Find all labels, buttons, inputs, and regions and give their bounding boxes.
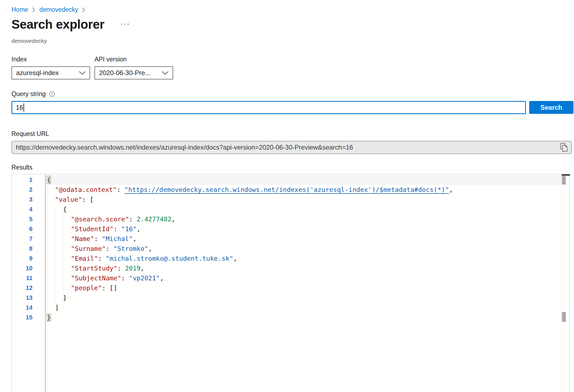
api-version-dropdown[interactable]: 2020-06-30-Pre... — [94, 66, 173, 79]
line-number-gutter: 123456789101112131415 — [12, 174, 46, 392]
json-token: "value" — [55, 196, 82, 203]
line-number: 12 — [12, 283, 45, 293]
info-icon[interactable] — [49, 91, 55, 97]
breadcrumb-link-home[interactable]: Home — [11, 6, 28, 13]
chevron-right-icon — [32, 7, 35, 12]
search-explorer-page: Home demovedecky Search explorer ··· dem… — [0, 0, 574, 392]
json-token: , — [137, 225, 140, 233]
json-token: , — [141, 265, 144, 272]
line-number: 3 — [12, 195, 45, 204]
code-line: { — [46, 175, 562, 185]
json-token: "16" — [121, 225, 137, 233]
code-line: } — [46, 293, 562, 303]
json-token: , — [449, 186, 453, 194]
json-token: "michal.stromko@.student.tuke.sk" — [106, 255, 233, 262]
json-token: 2019 — [125, 265, 141, 272]
json-token: : — [113, 225, 121, 233]
results-json-editor[interactable]: 123456789101112131415 {"@odata.context":… — [11, 174, 570, 392]
indent-guide — [47, 214, 55, 224]
json-token: "Email" — [71, 255, 98, 262]
json-token: : — [117, 265, 125, 272]
indent-guide — [63, 234, 71, 244]
line-number: 10 — [12, 263, 45, 273]
index-dropdown-value: azuresql-index — [16, 69, 59, 77]
indent-guide — [47, 254, 55, 263]
indent-guide — [55, 234, 63, 244]
code-line: "people": [] — [46, 283, 562, 293]
line-number: 6 — [12, 224, 45, 234]
indent-guide — [63, 224, 71, 234]
code-line: "Name": "Michal", — [46, 234, 562, 244]
search-button[interactable]: Search — [529, 101, 573, 114]
code-line: "value": [ — [46, 195, 562, 204]
index-dropdown[interactable]: azuresql-index — [11, 66, 90, 79]
indent-guide — [55, 214, 63, 224]
indent-guide — [47, 204, 55, 214]
copy-button[interactable] — [558, 142, 570, 153]
json-token: : — [106, 245, 113, 253]
indent-guide — [55, 254, 63, 263]
line-number: 5 — [12, 214, 45, 224]
results-label: Results — [11, 164, 32, 171]
indent-guide — [55, 283, 63, 293]
json-token: "Michal" — [102, 235, 133, 243]
code-line: "StudentId": "16", — [46, 224, 562, 234]
editor-scrollbar[interactable] — [561, 174, 570, 392]
request-url-field[interactable]: https://demovedecky.search.windows.net/i… — [11, 141, 572, 154]
request-url-label: Request URL — [11, 130, 49, 138]
json-token: "@search.score" — [71, 215, 129, 223]
json-token: : — [117, 186, 125, 194]
breadcrumb: Home demovedecky — [11, 6, 85, 13]
text-cursor — [23, 103, 24, 112]
chevron-down-icon — [162, 71, 168, 75]
code-line: "Email": "michal.stromko@.student.tuke.s… — [46, 254, 562, 263]
index-label: Index — [11, 56, 27, 63]
scrollbar-thumb[interactable] — [562, 312, 566, 322]
query-string-input[interactable]: 16 — [11, 101, 526, 114]
indent-guide — [47, 263, 55, 273]
indent-guide — [63, 254, 71, 263]
chevron-down-icon — [79, 71, 85, 75]
json-token: , — [160, 274, 164, 282]
code-line: } — [46, 313, 562, 322]
line-number: 11 — [12, 273, 45, 283]
api-version-dropdown-value: 2020-06-30-Pre... — [99, 69, 150, 77]
query-string-value: 16 — [16, 104, 23, 111]
json-code-area[interactable]: {"@odata.context": "https://demovedecky.… — [46, 174, 562, 392]
json-token: , — [233, 255, 237, 262]
json-token: "StudentId" — [71, 225, 114, 233]
json-token: "SubjectName" — [71, 274, 121, 282]
page-title: Search explorer — [11, 17, 104, 32]
json-token: ] — [55, 304, 59, 311]
request-url-value: https://demovedecky.search.windows.net/i… — [16, 144, 558, 151]
line-number: 1 — [12, 175, 45, 185]
line-number: 4 — [12, 204, 45, 214]
json-token: : [] — [102, 284, 117, 292]
indent-guide — [55, 263, 63, 273]
line-number: 7 — [12, 234, 45, 244]
json-link-value[interactable]: "https://demovedecky.search.windows.net/… — [125, 186, 449, 194]
indent-guide — [47, 273, 55, 283]
code-line: "@odata.context": "https://demovedecky.s… — [46, 185, 562, 195]
indent-guide — [47, 185, 55, 195]
code-line: "SubjectName": "vp2021", — [46, 273, 562, 283]
json-token: "people" — [71, 284, 102, 292]
scrollbar-cursor-marker — [562, 174, 570, 176]
code-line: "@search.score": 2.4277482, — [46, 214, 562, 224]
indent-guide — [63, 244, 71, 254]
indent-guide — [55, 244, 63, 254]
breadcrumb-link-demovedecky[interactable]: demovedecky — [39, 6, 78, 13]
indent-guide — [63, 283, 71, 293]
json-token: } — [63, 294, 67, 302]
json-token: "Surname" — [71, 245, 106, 253]
query-string-label: Query string — [11, 90, 46, 98]
line-number: 2 — [12, 185, 45, 195]
line-number: 9 — [12, 254, 45, 263]
api-version-label: API version — [94, 56, 127, 63]
json-token: , — [133, 235, 137, 243]
more-options-button[interactable]: ··· — [119, 19, 132, 28]
indent-guide — [47, 195, 55, 204]
scrollbar-thumb[interactable] — [562, 176, 566, 185]
indent-guide — [47, 244, 55, 254]
line-number: 14 — [12, 303, 45, 313]
